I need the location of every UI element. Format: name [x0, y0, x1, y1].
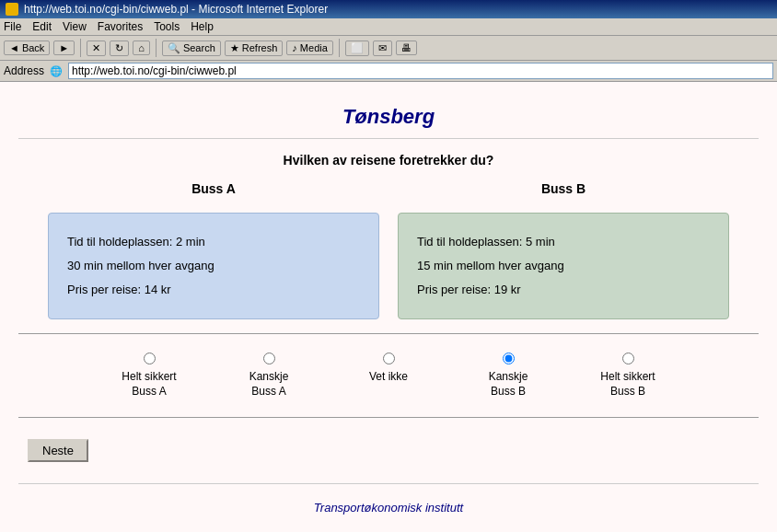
footer-text: Transportøkonomisk institutt	[18, 493, 759, 522]
bus-b-header: Buss B	[388, 181, 738, 196]
radio-label-3: KanskjeBuss B	[489, 370, 528, 399]
footer-divider	[18, 483, 759, 484]
radio-label-0: Helt sikkertBuss A	[122, 370, 176, 399]
bus-headers: Buss A Buss B	[18, 181, 759, 203]
mail-button[interactable]: ✉	[373, 40, 392, 56]
favorites-button[interactable]: ★ Refresh	[225, 40, 284, 56]
refresh-button[interactable]: ↻	[110, 40, 129, 56]
bus-a-info-col: Tid til holdeplassen: 2 min 30 min mello…	[39, 213, 388, 319]
media-button[interactable]: ♪ Media	[286, 40, 333, 55]
question-text: Hvilken av reisene foretrekker du?	[18, 153, 759, 168]
browser-icon	[6, 3, 18, 16]
menu-favorites[interactable]: Favorites	[98, 20, 143, 33]
bus-b-line3: Pris per reise: 19 kr	[417, 278, 710, 302]
bus-b-line1: Tid til holdeplassen: 5 min	[417, 230, 710, 254]
toolbar-separator-1	[80, 39, 81, 57]
address-label: Address	[4, 64, 44, 77]
radio-label-1: KanskjeBuss A	[249, 370, 289, 399]
radio-helt-sikkert-b[interactable]	[622, 353, 634, 364]
history-button[interactable]: ⬜	[345, 40, 369, 56]
window-title: http://web.toi.no/cgi-bin/ciwweb.pl - Mi…	[24, 3, 328, 16]
address-input[interactable]	[68, 63, 773, 79]
radio-kanskje-b[interactable]	[503, 353, 515, 364]
radio-helt-sikkert-a[interactable]	[144, 353, 156, 364]
home-button[interactable]: ⌂	[133, 40, 150, 55]
print-button[interactable]: 🖶	[396, 40, 417, 55]
radio-row: Helt sikkertBuss A KanskjeBuss A Vet ikk…	[18, 348, 759, 403]
menu-file[interactable]: File	[4, 20, 21, 33]
bus-a-line1: Tid til holdeplassen: 2 min	[67, 230, 360, 254]
radio-label-2: Vet ikke	[369, 370, 408, 385]
search-button[interactable]: 🔍 Search	[162, 40, 221, 56]
forward-button[interactable]: ►	[53, 40, 75, 55]
menu-tools[interactable]: Tools	[154, 20, 180, 33]
radio-item-0: Helt sikkertBuss A	[89, 353, 209, 399]
bus-a-line3: Pris per reise: 14 kr	[67, 278, 360, 302]
bus-a-line2: 30 min mellom hver avgang	[67, 254, 360, 278]
bus-info-boxes: Tid til holdeplassen: 2 min 30 min mello…	[18, 213, 759, 319]
menu-view[interactable]: View	[63, 20, 87, 33]
radio-item-2: Vet ikke	[329, 353, 448, 399]
menu-help[interactable]: Help	[191, 20, 214, 33]
back-button[interactable]: ◄ Back	[4, 40, 50, 55]
radio-item-1: KanskjeBuss A	[209, 353, 329, 399]
bus-a-column: Buss A	[39, 181, 388, 203]
radio-kanskje-a[interactable]	[263, 353, 275, 364]
radio-label-4: Helt sikkertBuss B	[600, 370, 655, 399]
bus-b-info-col: Tid til holdeplassen: 5 min 15 min mello…	[388, 213, 738, 319]
bus-b-column: Buss B	[388, 181, 738, 203]
menu-bar: File Edit View Favorites Tools Help	[0, 18, 777, 36]
divider-1	[18, 333, 759, 334]
toolbar: ◄ Back ► ✕ ↻ ⌂ 🔍 Search ★ Refresh ♪ Medi…	[0, 36, 777, 61]
bus-a-box: Tid til holdeplassen: 2 min 30 min mello…	[48, 213, 379, 319]
page-content: Tønsberg Hvilken av reisene foretrekker …	[0, 82, 777, 532]
divider-2	[18, 417, 759, 418]
toolbar-separator-3	[339, 39, 340, 57]
radio-item-4: Helt sikkertBuss B	[568, 353, 688, 399]
toolbar-separator-2	[156, 39, 157, 57]
address-bar: Address 🌐	[0, 61, 777, 82]
button-row: Neste	[18, 432, 759, 469]
menu-edit[interactable]: Edit	[32, 20, 52, 33]
bus-a-header: Buss A	[39, 181, 388, 196]
radio-vet-ikke[interactable]	[383, 353, 395, 364]
title-bar: http://web.toi.no/cgi-bin/ciwweb.pl - Mi…	[0, 0, 777, 18]
next-button[interactable]: Neste	[28, 439, 88, 462]
bus-b-line2: 15 min mellom hver avgang	[417, 254, 710, 278]
radio-item-3: KanskjeBuss B	[448, 353, 568, 399]
stop-button[interactable]: ✕	[87, 40, 106, 56]
bus-b-box: Tid til holdeplassen: 5 min 15 min mello…	[398, 213, 729, 319]
page-title: Tønsberg	[18, 91, 759, 139]
